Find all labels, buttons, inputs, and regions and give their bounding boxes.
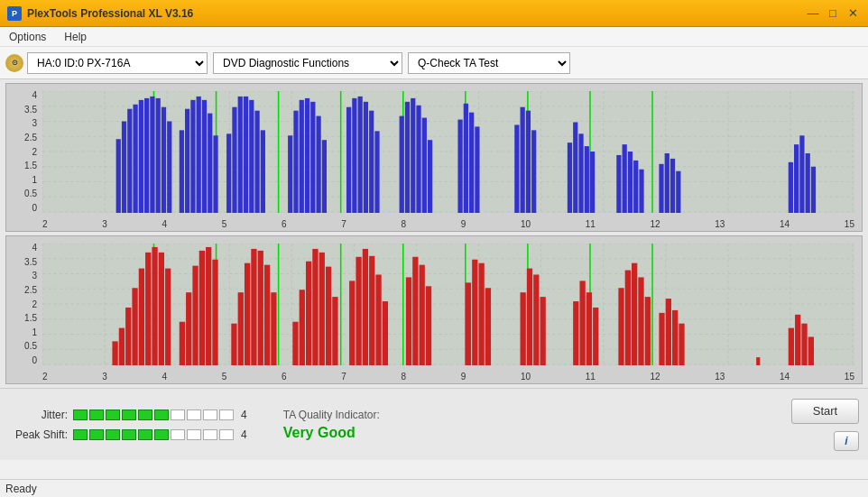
peak-seg-2: [89, 429, 104, 440]
svg-rect-55: [261, 130, 265, 213]
svg-rect-96: [676, 171, 680, 213]
peak-seg-6: [154, 429, 169, 440]
svg-rect-183: [586, 292, 592, 365]
svg-rect-139: [145, 253, 151, 365]
svg-rect-140: [152, 247, 157, 365]
svg-rect-190: [659, 313, 664, 365]
svg-rect-38: [150, 97, 154, 213]
svg-rect-41: [167, 122, 171, 213]
svg-rect-136: [125, 308, 131, 365]
svg-rect-194: [756, 357, 760, 365]
close-button[interactable]: ✕: [845, 5, 861, 22]
svg-rect-73: [422, 118, 427, 213]
svg-rect-39: [156, 98, 161, 213]
svg-rect-151: [245, 263, 250, 365]
top-chart: 4 3.5 3 2.5 2 1.5 1 0.5 0: [5, 83, 863, 232]
svg-rect-158: [306, 262, 311, 365]
svg-rect-164: [356, 257, 361, 365]
svg-rect-192: [672, 310, 678, 365]
svg-rect-146: [199, 251, 205, 365]
svg-rect-78: [475, 126, 479, 213]
ta-quality-value: Very Good: [283, 425, 356, 441]
svg-rect-176: [485, 288, 491, 365]
svg-rect-148: [212, 260, 217, 365]
svg-rect-89: [623, 144, 627, 213]
menu-help[interactable]: Help: [60, 29, 90, 45]
svg-rect-177: [521, 292, 526, 365]
jitter-seg-4: [122, 410, 136, 420]
svg-rect-181: [573, 301, 578, 365]
peak-seg-3: [106, 429, 120, 440]
svg-rect-173: [466, 282, 471, 365]
svg-rect-154: [264, 265, 270, 365]
svg-rect-137: [132, 288, 137, 365]
svg-rect-145: [192, 266, 198, 365]
svg-rect-141: [159, 253, 164, 365]
svg-rect-161: [326, 267, 331, 365]
main-content: 4 3.5 3 2.5 2 1.5 1 0.5 0: [0, 79, 868, 388]
peak-seg-1: [73, 429, 88, 440]
device-select[interactable]: HA:0 ID:0 PX-716A: [27, 52, 208, 74]
svg-rect-186: [625, 271, 631, 365]
svg-rect-82: [531, 130, 536, 213]
svg-rect-134: [112, 341, 117, 365]
svg-rect-185: [618, 288, 623, 365]
start-button[interactable]: Start: [791, 399, 859, 424]
svg-rect-58: [300, 100, 304, 213]
svg-rect-37: [144, 98, 149, 213]
svg-rect-83: [568, 143, 572, 213]
start-button-section: Start i: [791, 399, 859, 451]
minimize-button[interactable]: —: [805, 5, 821, 22]
function-select[interactable]: DVD Diagnostic Functions: [213, 52, 402, 74]
svg-rect-170: [412, 257, 418, 365]
svg-rect-180: [540, 297, 546, 365]
menu-options[interactable]: Options: [5, 29, 50, 45]
svg-rect-79: [514, 124, 519, 213]
bottom-panel: Jitter: 4 Peak Shift:: [0, 388, 868, 460]
maximize-button[interactable]: □: [825, 5, 841, 22]
svg-rect-187: [632, 263, 637, 365]
svg-rect-159: [312, 249, 318, 365]
svg-rect-88: [616, 155, 621, 213]
jitter-seg-2: [89, 410, 104, 420]
svg-rect-182: [579, 281, 585, 365]
device-selector-container: ⊙ HA:0 ID:0 PX-716A: [5, 52, 208, 74]
svg-rect-97: [789, 162, 793, 213]
svg-rect-69: [400, 116, 404, 213]
window-controls: — □ ✕: [805, 5, 861, 22]
svg-rect-60: [310, 102, 315, 213]
svg-rect-57: [293, 111, 298, 213]
svg-rect-66: [364, 102, 368, 213]
svg-rect-147: [206, 247, 211, 365]
bottom-chart-y-axis: 4 3.5 3 2.5 2 1.5 1 0.5 0: [6, 244, 41, 365]
svg-rect-191: [666, 299, 671, 365]
info-button[interactable]: i: [834, 431, 859, 451]
svg-rect-40: [162, 107, 166, 213]
ta-quality-label: TA Quality Indicator:: [283, 409, 380, 421]
svg-rect-160: [319, 253, 325, 365]
menu-bar: Options Help: [0, 27, 868, 47]
peak-shift-progress: [73, 429, 234, 440]
svg-rect-153: [258, 251, 263, 365]
test-select[interactable]: Q-Check TA Test: [408, 52, 570, 74]
svg-rect-198: [808, 336, 814, 365]
peak-seg-4: [122, 429, 136, 440]
top-chart-svg: [42, 91, 854, 213]
svg-rect-156: [292, 322, 298, 365]
svg-rect-143: [180, 322, 185, 365]
svg-rect-95: [670, 159, 675, 213]
svg-rect-59: [305, 98, 309, 213]
peak-seg-5: [138, 429, 152, 440]
svg-rect-35: [133, 105, 137, 213]
app-icon: P: [7, 6, 22, 21]
svg-rect-51: [238, 97, 243, 213]
svg-rect-99: [799, 135, 804, 213]
peak-seg-7: [171, 429, 185, 440]
svg-rect-43: [185, 109, 189, 213]
svg-rect-34: [127, 109, 132, 213]
title-bar-left: P PlexTools Professional XL V3.16: [7, 6, 193, 21]
svg-rect-175: [478, 263, 484, 365]
svg-rect-86: [585, 146, 589, 213]
svg-rect-178: [527, 269, 532, 365]
svg-rect-91: [633, 161, 638, 213]
